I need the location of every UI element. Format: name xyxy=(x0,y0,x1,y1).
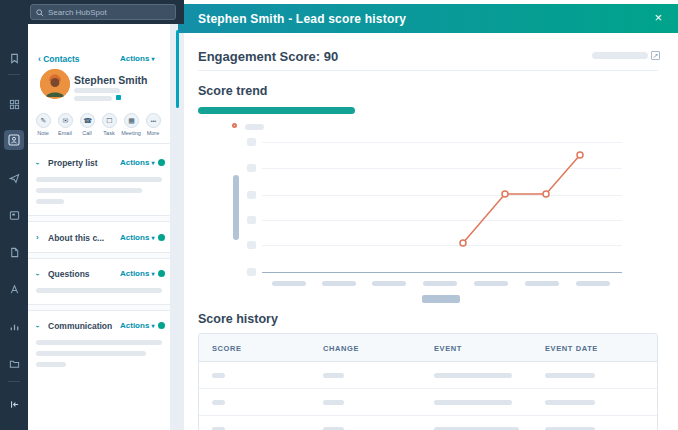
status-dot[interactable] xyxy=(158,270,165,277)
avatar xyxy=(40,69,70,99)
reports-chart-icon[interactable] xyxy=(4,316,24,336)
field-placeholder xyxy=(36,188,142,193)
field-placeholder xyxy=(36,177,162,182)
email-label: Email xyxy=(53,130,77,136)
modal-header: Stephen Smith - Lead score history × xyxy=(178,4,678,33)
table-row[interactable] xyxy=(199,416,657,430)
y-tick-placeholder xyxy=(247,138,256,146)
divider xyxy=(198,70,658,71)
section-divider xyxy=(28,215,170,222)
modal-title: Stephen Smith - Lead score history xyxy=(198,12,406,26)
section-title[interactable]: Property list xyxy=(48,158,98,168)
contact-actions-dropdown[interactable]: Actions ▾ xyxy=(120,54,155,63)
meeting-label: Meeting xyxy=(119,130,143,136)
contact-detail-placeholder xyxy=(74,96,112,101)
x-tick-placeholder xyxy=(322,281,356,286)
contact-panel: ‹ Contacts Actions ▾ Stephen Smith ✎ ✉ ☎… xyxy=(28,24,170,430)
gridline xyxy=(262,220,622,221)
task-button[interactable]: ☐ xyxy=(102,113,117,128)
app-root: Search HubSpot xyxy=(0,0,678,430)
more-label: More xyxy=(141,130,165,136)
collapse-sidebar-icon[interactable] xyxy=(4,394,24,414)
search-input[interactable]: Search HubSpot xyxy=(30,4,176,20)
top-bar: Search HubSpot xyxy=(0,0,184,24)
field-placeholder xyxy=(36,288,162,293)
email-button[interactable]: ✉ xyxy=(58,113,73,128)
section-title[interactable]: Questions xyxy=(48,269,90,279)
column-header-change[interactable]: CHANGE xyxy=(323,344,359,353)
document-icon[interactable] xyxy=(4,242,24,262)
gridline xyxy=(262,195,622,196)
x-tick-placeholder xyxy=(423,281,457,286)
section-divider xyxy=(28,304,170,311)
task-icon: ☐ xyxy=(106,117,112,125)
section-title[interactable]: Communication xyxy=(48,321,112,331)
call-label: Call xyxy=(75,130,99,136)
x-tick-placeholder xyxy=(474,281,508,286)
note-label: Note xyxy=(31,130,55,136)
search-placeholder: Search HubSpot xyxy=(48,8,107,17)
folder-icon[interactable] xyxy=(4,353,24,373)
y-tick-placeholder xyxy=(247,191,256,199)
table-row[interactable] xyxy=(199,362,657,389)
section-divider xyxy=(28,252,170,259)
x-axis-title-placeholder xyxy=(422,295,460,303)
call-icon: ☎ xyxy=(83,117,92,125)
trend-filter-bar[interactable] xyxy=(198,107,355,114)
search-icon xyxy=(36,3,44,21)
section-actions-dropdown[interactable]: Actions ▾ xyxy=(120,321,155,330)
gridline xyxy=(262,142,622,143)
table-row[interactable] xyxy=(199,389,657,416)
edit-pencil-icon[interactable] xyxy=(116,95,121,100)
chevron-down-icon[interactable]: › xyxy=(33,325,42,328)
automation-icon[interactable] xyxy=(4,279,24,299)
chevron-right-icon[interactable]: › xyxy=(36,233,39,242)
task-label: Task xyxy=(97,130,121,136)
call-button[interactable]: ☎ xyxy=(80,113,95,128)
section-actions-dropdown[interactable]: Actions ▾ xyxy=(120,233,155,242)
column-header-event[interactable]: EVENT xyxy=(434,344,462,353)
contact-name: Stephen Smith xyxy=(74,74,148,86)
y-axis-title-placeholder xyxy=(233,175,239,240)
scrollbar-thumb[interactable] xyxy=(176,30,179,108)
field-placeholder xyxy=(36,199,64,204)
more-icon: ••• xyxy=(151,118,156,124)
column-header-score[interactable]: SCORE xyxy=(212,344,242,353)
field-placeholder xyxy=(36,351,146,356)
score-trend-heading: Score trend xyxy=(198,84,267,98)
section-title[interactable]: About this c... xyxy=(48,233,104,243)
score-history-table: SCORE CHANGE EVENT EVENT DATE xyxy=(198,333,658,430)
status-dot[interactable] xyxy=(158,234,165,241)
section-actions-dropdown[interactable]: Actions ▾ xyxy=(120,158,155,167)
y-tick-placeholder xyxy=(247,164,256,172)
more-button[interactable]: ••• xyxy=(146,113,161,128)
x-axis-line xyxy=(262,272,622,273)
x-tick-placeholder xyxy=(576,281,610,286)
close-icon[interactable]: × xyxy=(654,10,662,25)
contact-detail-placeholder xyxy=(74,88,120,93)
section-actions-dropdown[interactable]: Actions ▾ xyxy=(120,269,155,278)
y-tick-placeholder xyxy=(247,268,256,276)
chevron-down-icon[interactable]: › xyxy=(33,273,42,276)
note-button[interactable]: ✎ xyxy=(36,113,51,128)
meeting-icon: ▦ xyxy=(128,117,135,125)
external-link-icon[interactable]: ↗ xyxy=(651,51,660,60)
inbox-icon[interactable] xyxy=(4,205,24,225)
bookmark-icon[interactable] xyxy=(4,48,24,68)
marketing-send-icon[interactable] xyxy=(4,168,24,188)
email-icon: ✉ xyxy=(63,117,69,125)
back-to-contacts-link[interactable]: ‹ Contacts xyxy=(38,54,80,64)
x-tick-placeholder xyxy=(272,281,306,286)
status-dot[interactable] xyxy=(158,322,165,329)
status-dot[interactable] xyxy=(158,159,165,166)
meeting-button[interactable]: ▦ xyxy=(124,113,139,128)
legend-marker-icon xyxy=(232,123,237,128)
gridline xyxy=(262,168,622,169)
field-placeholder xyxy=(36,362,66,367)
column-header-event-date[interactable]: EVENT DATE xyxy=(545,344,598,353)
workspaces-grid-icon[interactable] xyxy=(4,94,24,114)
legend-label-placeholder xyxy=(245,124,264,130)
chevron-down-icon[interactable]: › xyxy=(33,162,42,165)
contacts-crm-icon[interactable] xyxy=(4,130,24,150)
note-icon: ✎ xyxy=(41,117,47,125)
